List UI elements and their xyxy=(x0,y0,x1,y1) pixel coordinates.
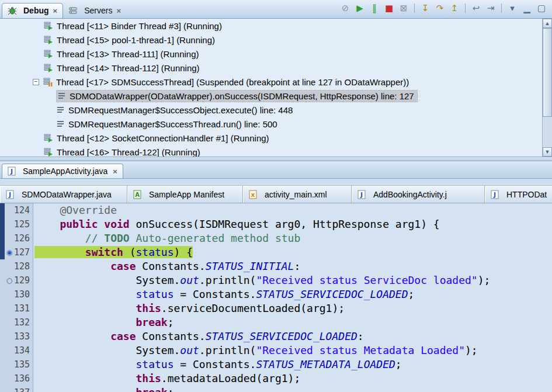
line-number-gutter[interactable]: ○129 xyxy=(0,273,33,287)
code-text[interactable]: break; xyxy=(33,315,173,329)
code-text[interactable]: status = Constants.STATUS_SERVICEDOC_LOA… xyxy=(33,287,414,301)
line-number-gutter[interactable]: 134 xyxy=(0,344,33,358)
step-over-icon[interactable]: ↷ xyxy=(434,2,446,14)
code-line[interactable]: 134 System.out.println("Received status … xyxy=(0,344,552,358)
java-file-icon: J xyxy=(357,190,366,199)
line-number-gutter[interactable]: 124 xyxy=(0,203,33,217)
code-text[interactable]: public void onSuccess(ISDMRequest arg0, … xyxy=(33,217,440,231)
code-line[interactable]: 125 public void onSuccess(ISDMRequest ar… xyxy=(0,217,552,231)
breakpoint-icon[interactable]: ○ xyxy=(5,273,14,287)
drop-to-frame-icon[interactable]: ↩ xyxy=(470,2,482,14)
code-line[interactable]: 136 this.metadataLoaded(arg1); xyxy=(0,372,552,386)
line-number-gutter[interactable]: 128 xyxy=(0,259,33,273)
expander-icon[interactable]: − xyxy=(33,79,39,85)
sash-divider[interactable] xyxy=(0,157,552,161)
code-text[interactable]: break; xyxy=(33,386,173,392)
code-line[interactable]: 126 // TODO Auto-generated method stub xyxy=(0,231,552,245)
line-number-gutter[interactable]: 130 xyxy=(0,287,33,301)
range-indicator xyxy=(0,287,5,301)
editor-tab-addbookingactivity-j[interactable]: JAddBookingActivity.j xyxy=(352,186,485,203)
tree-row-label: SDMODataWrapper(ODataWrapper).onSuccess(… xyxy=(70,91,414,101)
view-menu-icon[interactable]: ▾ xyxy=(506,2,518,14)
thread-row[interactable]: Thread [<16> Thread-122] (Running) xyxy=(0,145,552,157)
code-editor[interactable]: 124 @Override125 public void onSuccess(I… xyxy=(0,203,552,392)
line-number: 124 xyxy=(14,203,33,217)
stack-frame-icon xyxy=(57,120,65,128)
terminate-icon[interactable]: ■ xyxy=(383,2,395,14)
suspend-icon[interactable]: ‖ xyxy=(369,2,380,14)
line-number-gutter[interactable]: 132 xyxy=(0,315,33,329)
close-icon[interactable]: × xyxy=(113,167,117,176)
code-line[interactable]: 130 status = Constants.STATUS_SERVICEDOC… xyxy=(0,287,552,301)
scroll-up-button[interactable]: ▲ xyxy=(543,19,552,28)
code-line[interactable]: ◉127 switch (status) { xyxy=(0,245,552,259)
thread-row[interactable]: Thread [<14> Thread-112] (Running) xyxy=(0,61,552,75)
code-text[interactable]: // TODO Auto-generated method stub xyxy=(33,231,300,245)
code-text[interactable]: System.out.println("Received status Meta… xyxy=(33,344,478,358)
resume-icon[interactable]: ▶ xyxy=(354,2,366,14)
thread-row[interactable]: Thread [<15> pool-1-thread-1] (Running) xyxy=(0,33,552,47)
line-number-gutter[interactable]: 133 xyxy=(0,329,33,344)
use-step-filters-icon[interactable]: ⇥ xyxy=(485,2,497,14)
step-into-icon[interactable]: ↧ xyxy=(419,2,431,14)
code-text[interactable]: case Constants.STATUS_SERVICEDOC_LOADED: xyxy=(33,329,364,344)
editor-tab-sampleapp-manifest[interactable]: ASampleApp Manifest xyxy=(127,186,243,203)
line-number: 126 xyxy=(14,231,33,245)
step-return-icon[interactable]: ↥ xyxy=(449,2,460,14)
svg-text:J: J xyxy=(360,191,363,199)
maximize-icon[interactable]: ▢ xyxy=(536,2,547,14)
skip-all-breakpoints-icon[interactable]: ⊘ xyxy=(339,2,351,14)
java-file-icon: J xyxy=(491,190,499,199)
view-tab-debug[interactable]: Debug× xyxy=(2,3,63,18)
thread-row[interactable]: Thread [<11> Binder Thread #3] (Running) xyxy=(0,19,552,33)
svg-text:J: J xyxy=(493,191,496,199)
svg-text:A: A xyxy=(135,192,140,198)
stack-frame-row[interactable]: SDMRequestManager$SuccessThread.run() li… xyxy=(0,117,552,131)
minimize-icon[interactable]: ▁ xyxy=(521,2,533,14)
line-number-gutter[interactable]: 125 xyxy=(0,217,33,231)
close-icon[interactable]: × xyxy=(53,6,58,15)
line-number-gutter[interactable]: 131 xyxy=(0,301,33,315)
code-line[interactable]: 132 break; xyxy=(0,315,552,329)
code-text[interactable]: status = Constants.STATUS_METADATA_LOADE… xyxy=(33,358,402,372)
line-number-gutter[interactable]: 135 xyxy=(0,358,33,372)
tree-row-label: Thread [<16> Thread-122] (Running) xyxy=(57,147,200,157)
scroll-thumb[interactable] xyxy=(543,28,552,117)
close-icon[interactable]: × xyxy=(116,6,121,15)
scrollbar[interactable]: ▲ ▼ xyxy=(542,19,552,157)
line-number: 127 xyxy=(14,245,33,259)
editor-tab-sdmodatawrapper-java[interactable]: JSDMODataWrapper.java xyxy=(0,186,127,203)
stack-frame-row[interactable]: SDMODataWrapper(ODataWrapper).onSuccess(… xyxy=(0,89,552,103)
line-number-gutter[interactable]: 126 xyxy=(0,231,33,245)
line-number-gutter[interactable]: 137 xyxy=(0,386,33,392)
range-indicator xyxy=(0,217,5,231)
code-line[interactable]: 131 this.serviceDocumentLoaded(arg1); xyxy=(0,301,552,315)
code-text[interactable]: System.out.println("Received status Serv… xyxy=(33,273,490,287)
code-text[interactable]: this.serviceDocumentLoaded(arg1); xyxy=(33,301,345,315)
line-number-gutter[interactable]: 136 xyxy=(0,372,33,386)
current-line-breakpoint-icon[interactable]: ◉ xyxy=(5,245,14,259)
code-line[interactable]: 137 break; xyxy=(0,386,552,392)
view-tab-servers[interactable]: Servers× xyxy=(63,4,126,18)
scroll-down-button[interactable]: ▼ xyxy=(543,147,552,157)
code-text[interactable]: this.metadataLoaded(arg1); xyxy=(33,372,300,386)
code-line[interactable]: ○129 System.out.println("Received status… xyxy=(0,273,552,287)
code-line[interactable]: 128 case Constants.STATUS_INITIAL: xyxy=(0,259,552,273)
thread-row[interactable]: Thread [<13> Thread-111] (Running) xyxy=(0,47,552,61)
editor-tab-httpodat[interactable]: JHTTPODat xyxy=(485,186,552,203)
stack-frame-row[interactable]: SDMRequestManager$SuccessObject.execute(… xyxy=(0,103,552,117)
editor-tab-sampleappactivity[interactable]: J SampleAppActivity.java × xyxy=(2,164,123,178)
code-line[interactable]: 133 case Constants.STATUS_SERVICEDOC_LOA… xyxy=(0,329,552,344)
line-number-gutter[interactable]: ◉127 xyxy=(0,245,33,259)
thread-row[interactable]: −Thread [<17> SDMSuccessThread] (Suspend… xyxy=(0,75,552,89)
code-text[interactable]: switch (status) { xyxy=(33,245,193,259)
disconnect-icon[interactable]: ⊠ xyxy=(398,2,409,14)
range-indicator xyxy=(0,273,5,287)
editor-tab-activity-main-xml[interactable]: xactivity_main.xml xyxy=(243,186,352,203)
thread-row[interactable]: Thread [<12> SocketConnectionHandler #1]… xyxy=(0,131,552,145)
code-text[interactable]: case Constants.STATUS_INITIAL: xyxy=(33,259,300,273)
line-number: 137 xyxy=(14,386,33,392)
code-line[interactable]: 124 @Override xyxy=(0,203,552,217)
code-text[interactable]: @Override xyxy=(33,203,117,217)
code-line[interactable]: 135 status = Constants.STATUS_METADATA_L… xyxy=(0,358,552,372)
